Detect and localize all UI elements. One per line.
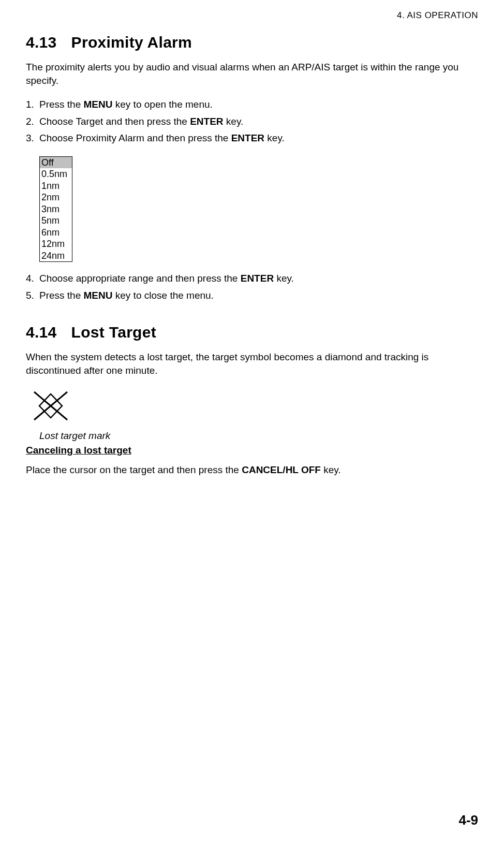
option-off: Off	[40, 157, 72, 169]
step-3: 3.Choose Proximity Alarm and then press …	[26, 131, 478, 146]
section-heading-proximity-alarm: 4.13Proximity Alarm	[26, 34, 478, 51]
section-heading-lost-target: 4.14Lost Target	[26, 324, 478, 341]
option-1nm: 1nm	[40, 180, 72, 192]
option-12nm: 12nm	[40, 238, 72, 250]
section-title: Lost Target	[71, 324, 156, 341]
section-number: 4.13	[26, 34, 57, 51]
step-1: 1.Press the MENU key to open the menu.	[26, 97, 478, 112]
page-number: 4-9	[458, 812, 478, 828]
range-options-box: Off 0.5nm 1nm 2nm 3nm 5nm 6nm 12nm 24nm	[39, 156, 72, 262]
step-2: 2.Choose Target and then press the ENTER…	[26, 114, 478, 129]
steps-list-2: 4.Choose appropriate range and then pres…	[26, 271, 478, 303]
steps-list-1: 1.Press the MENU key to open the menu. 2…	[26, 97, 478, 146]
chapter-header: 4. AIS OPERATION	[26, 10, 478, 21]
option-3nm: 3nm	[40, 203, 72, 215]
cancel-instruction: Place the cursor on the target and then …	[26, 463, 478, 477]
option-5nm: 5nm	[40, 215, 72, 227]
option-2nm: 2nm	[40, 192, 72, 203]
section-title: Proximity Alarm	[71, 34, 192, 51]
section-number: 4.14	[26, 324, 57, 341]
step-4: 4.Choose appropriate range and then pres…	[26, 271, 478, 286]
lost-target-mark-icon	[30, 388, 478, 426]
option-24nm: 24nm	[40, 250, 72, 262]
section2-intro: When the system detects a lost target, t…	[26, 350, 478, 377]
canceling-subheading: Canceling a lost target	[26, 445, 478, 456]
step-5: 5.Press the MENU key to close the menu.	[26, 288, 478, 303]
lost-target-caption: Lost target mark	[39, 430, 478, 442]
option-0-5nm: 0.5nm	[40, 168, 72, 180]
section1-intro: The proximity alerts you by audio and vi…	[26, 61, 478, 87]
option-6nm: 6nm	[40, 227, 72, 239]
